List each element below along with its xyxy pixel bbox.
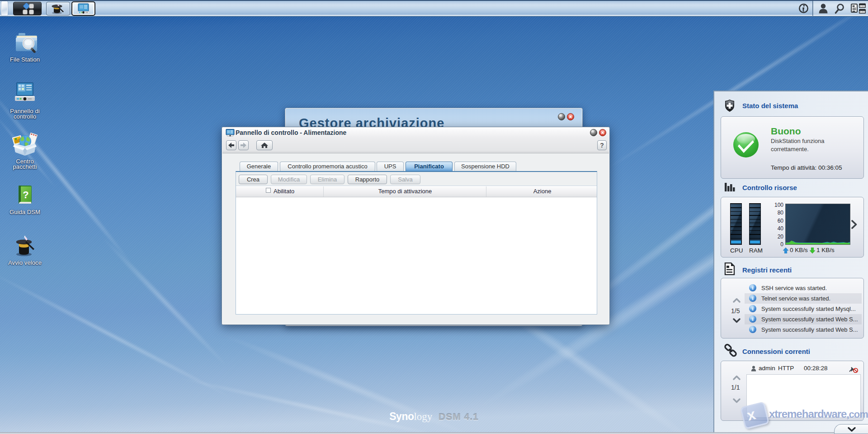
svg-text:?: ? (23, 189, 28, 200)
